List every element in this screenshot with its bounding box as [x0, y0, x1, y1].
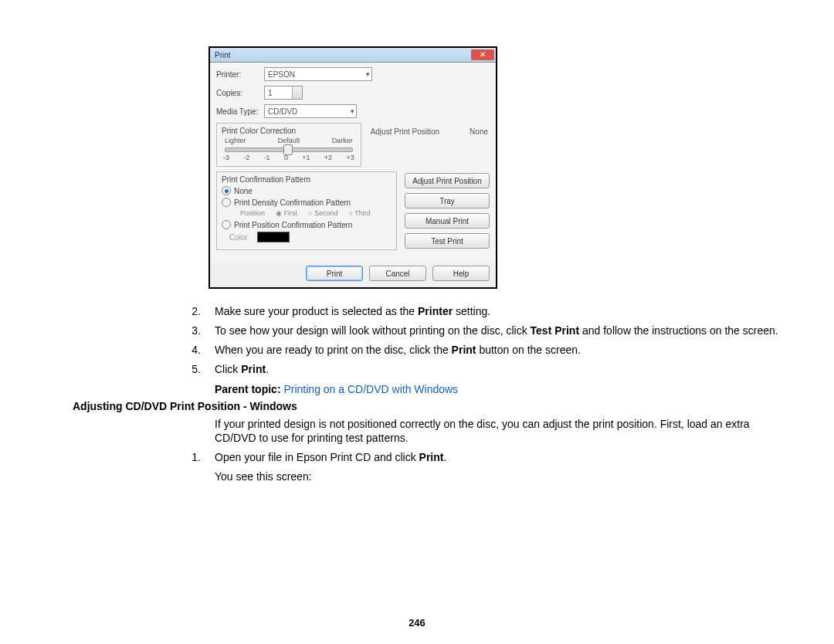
print-button[interactable]: Print [306, 266, 363, 281]
section-paragraph: If your printed design is not positioned… [215, 417, 788, 446]
titlebar: Print ✕ [210, 48, 496, 63]
adjust-position-button[interactable]: Adjust Print Position [405, 173, 490, 188]
test-print-button[interactable]: Test Print [405, 233, 490, 249]
radio-density[interactable]: Print Density Confirmation Pattern [222, 198, 392, 207]
printer-label: Printer: [216, 70, 264, 79]
after-step-text: You see this screen: [215, 469, 788, 484]
manual-print-button[interactable]: Manual Print [405, 213, 490, 229]
document-body: 2.Make sure your product is selected as … [46, 304, 788, 484]
section-heading: Adjusting CD/DVD Print Position - Window… [73, 400, 788, 412]
page-number: 246 [0, 617, 834, 629]
step-item: 5.Click Print. [46, 362, 788, 377]
media-label: Media Type: [216, 107, 264, 116]
radio-position[interactable]: Print Position Confirmation Pattern [222, 220, 392, 229]
cancel-button[interactable]: Cancel [369, 266, 426, 281]
radio-icon [222, 220, 231, 229]
copies-label: Copies: [216, 89, 264, 97]
copies-spinner[interactable]: 1 [264, 86, 303, 100]
confirmation-pattern-group: Print Confirmation Pattern None Print De… [216, 171, 397, 250]
help-button[interactable]: Help [432, 266, 490, 281]
parent-topic-label: Parent topic: [215, 383, 283, 395]
radio-none[interactable]: None [222, 186, 392, 195]
adjust-position-readout: Adjust Print Position None [369, 123, 490, 142]
print-dialog: Print ✕ Printer: EPSON Copies: 1 Media T… [208, 46, 497, 289]
color-correction-group: Print Color Correction Lighter Default D… [216, 123, 361, 167]
radio-icon [222, 198, 231, 207]
printer-select[interactable]: EPSON [264, 67, 372, 81]
color-slider[interactable] [225, 147, 353, 152]
step-item: 3.To see how your design will look witho… [46, 324, 788, 338]
tray-button[interactable]: Tray [405, 193, 490, 208]
radio-icon [222, 186, 231, 195]
step-item: 2.Make sure your product is selected as … [46, 304, 788, 319]
parent-topic-link[interactable]: Printing on a CD/DVD with Windows [283, 383, 458, 395]
media-select[interactable]: CD/DVD [264, 104, 357, 118]
dialog-title: Print [215, 51, 231, 59]
color-swatch [257, 232, 290, 242]
step-item: 1.Open your file in Epson Print CD and c… [46, 450, 788, 465]
close-icon[interactable]: ✕ [471, 49, 494, 60]
step-item: 4.When you are ready to print on the dis… [46, 343, 788, 358]
slider-thumb[interactable] [283, 144, 293, 155]
